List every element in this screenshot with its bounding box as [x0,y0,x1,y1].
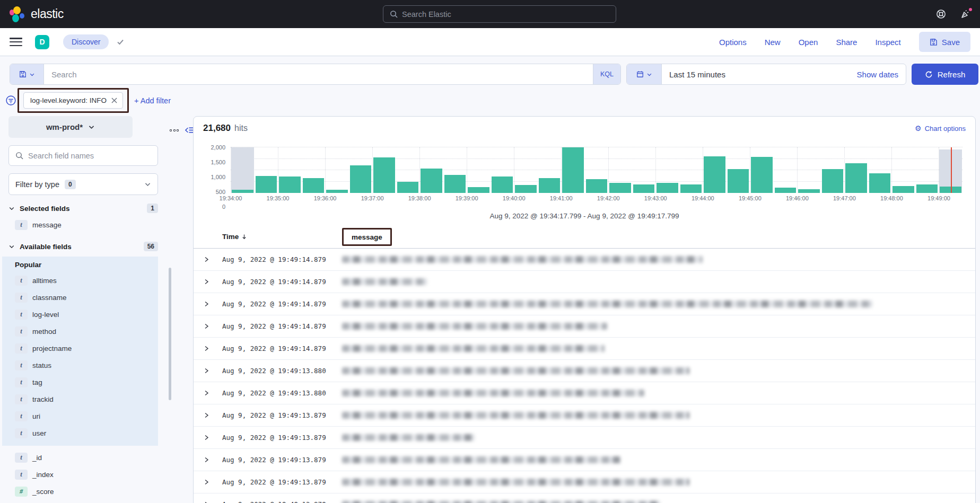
selected-fields-header[interactable]: Selected fields 1 [8,204,158,213]
field-item-_id[interactable]: t_id [8,449,165,466]
expand-row-icon[interactable] [203,434,222,441]
query-language-button[interactable]: KQL [593,64,620,84]
kql-query-input[interactable] [44,70,593,79]
expand-row-icon[interactable] [203,501,222,503]
histogram-bar [845,163,867,193]
field-item-alltimes[interactable]: talltimes [8,272,158,289]
field-item-method[interactable]: tmethod [8,323,158,340]
field-item-classname[interactable]: tclassname [8,289,158,306]
bars [231,147,962,193]
show-dates-link[interactable]: Show dates [857,70,906,79]
field-item-uri[interactable]: turi [8,408,158,425]
expand-row-icon[interactable] [203,412,222,419]
save-button[interactable]: Save [919,32,970,52]
histogram-bar [232,190,253,193]
help-icon[interactable] [936,9,946,19]
column-header-time[interactable]: Time [222,233,342,241]
menu-new[interactable]: New [765,38,781,47]
histogram-bar [728,169,749,193]
menu-share[interactable]: Share [836,38,857,47]
filter-by-type-select[interactable]: Filter by type 0 [8,173,158,195]
field-item-user[interactable]: tuser [8,425,158,442]
global-search-input[interactable] [402,10,609,19]
field-name: user [32,429,46,437]
histogram-bar [869,173,891,193]
expand-row-icon[interactable] [203,390,222,396]
refresh-label: Refresh [938,70,966,79]
histogram-bucket [797,147,821,193]
expand-row-icon[interactable] [203,323,222,330]
field-item-log-level[interactable]: tlog-level [8,306,158,323]
sidebar-scrollbar[interactable] [169,268,171,400]
available-fields-header[interactable]: Available fields 56 [8,242,158,251]
table-row: Aug 9, 2022 @ 19:49:14.879 [194,249,975,271]
expand-row-icon[interactable] [203,301,222,307]
text-field-icon: t [15,453,28,463]
filter-row: log-level.keyword: INFO + Add filter [0,85,980,114]
field-item-projectname[interactable]: tprojectname [8,340,158,357]
histogram-bar [492,177,513,193]
expand-row-icon[interactable] [203,367,222,374]
chart-plot[interactable] [231,147,962,193]
text-field-icon: t [15,470,28,480]
field-name: alltimes [32,277,57,285]
x-tick-label: 19:48:00 [880,195,903,201]
menu-open[interactable]: Open [799,38,818,47]
filter-pill[interactable]: log-level.keyword: INFO [23,92,123,109]
field-item-_score[interactable]: #_score [8,483,165,500]
x-tick-label: 19:41:00 [550,195,573,201]
menu-hamburger-icon[interactable] [10,38,22,46]
elastic-brand[interactable]: elastic [0,6,64,23]
filter-menu-icon[interactable] [5,95,16,106]
date-quick-select-button[interactable] [627,64,662,84]
expand-row-icon[interactable] [203,345,222,352]
field-item-_index[interactable]: t_index [8,466,165,483]
menu-inspect[interactable]: Inspect [875,38,900,47]
expand-row-icon[interactable] [203,456,222,463]
saved-query-menu-button[interactable] [10,64,44,84]
boxes-horizontal-icon[interactable] [170,129,179,131]
histogram-bar [350,165,372,193]
histogram-chart[interactable]: 05001,0001,5002,000 19:34:0019:35:0019:3… [231,147,962,207]
field-search[interactable] [8,145,158,166]
expand-row-icon[interactable] [203,256,222,263]
field-item-status[interactable]: tstatus [8,357,158,374]
x-tick-label: 19:49:00 [928,195,950,201]
global-header: elastic [0,0,980,28]
field-search-input[interactable] [28,152,151,160]
field-name: _id [32,454,42,462]
index-pattern-button[interactable]: wm-prod* [8,116,133,138]
field-item-trackid[interactable]: ttrackid [8,391,158,408]
histogram-bucket [514,147,538,193]
global-search[interactable] [383,5,616,23]
expand-row-icon[interactable] [203,479,222,486]
add-filter-link[interactable]: + Add filter [134,96,171,105]
text-field-icon: t [15,428,28,438]
redacted-message-cell [342,256,703,263]
space-avatar[interactable]: D [35,35,49,49]
breadcrumb-discover[interactable]: Discover [63,34,109,49]
histogram-bar [798,189,820,193]
field-item-message[interactable]: tmessage [8,216,165,233]
histogram-bar [609,183,631,193]
histogram-bucket [302,147,326,193]
time-range-value[interactable]: Last 15 minutes [662,70,857,79]
field-item-tag[interactable]: ttag [8,374,158,391]
column-header-message[interactable]: message [352,233,382,241]
query-input[interactable]: KQL [10,64,621,85]
text-field-icon: t [15,310,28,320]
newsfeed-icon[interactable] [960,9,970,20]
expand-row-icon[interactable] [203,278,222,285]
notification-dot [968,7,973,12]
table-row: Aug 9, 2022 @ 19:49:13.880 [194,382,975,404]
annotation-box-filter: log-level.keyword: INFO [18,88,129,113]
x-tick-label: 19:46:00 [786,195,809,201]
date-picker[interactable]: Last 15 minutes Show dates [626,64,906,85]
field-name: trackid [32,395,54,403]
histogram-bucket [372,147,396,193]
chart-options-button[interactable]: ⚙ Chart options [915,124,966,133]
close-icon[interactable] [111,98,117,103]
histogram-bucket [608,147,632,193]
menu-options[interactable]: Options [719,38,747,47]
refresh-button[interactable]: Refresh [912,64,978,85]
